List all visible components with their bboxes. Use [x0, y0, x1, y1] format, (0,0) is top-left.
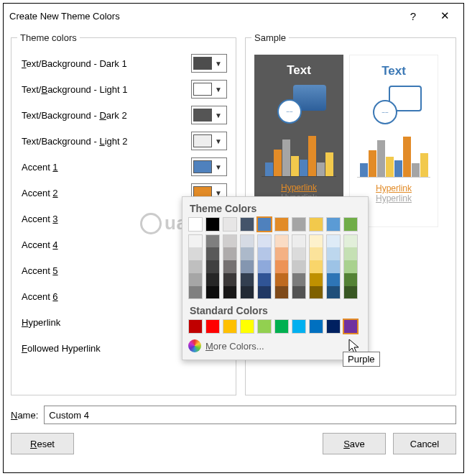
theme-shade-swatch[interactable]: [274, 234, 289, 247]
standard-color-swatch[interactable]: [343, 319, 358, 334]
sample-text-light: Text: [350, 64, 438, 78]
swatch-dropdown[interactable]: ▼: [191, 80, 227, 99]
theme-shade-swatch[interactable]: [257, 286, 272, 299]
swatch-dropdown[interactable]: ▼: [191, 106, 227, 124]
theme-shade-swatch[interactable]: [188, 247, 203, 260]
theme-shade-swatch[interactable]: [326, 286, 341, 299]
theme-shade-swatch[interactable]: [188, 260, 203, 273]
theme-shade-swatch[interactable]: [274, 260, 289, 273]
theme-color-swatch[interactable]: [326, 217, 341, 232]
theme-shade-swatch[interactable]: [223, 286, 237, 299]
standard-color-swatch[interactable]: [188, 319, 203, 334]
theme-shade-swatch[interactable]: [257, 273, 272, 286]
theme-shade-swatch[interactable]: [292, 273, 306, 286]
color-wheel-icon: [188, 339, 201, 352]
theme-shade-swatch[interactable]: [343, 273, 358, 286]
theme-color-swatch[interactable]: [292, 217, 306, 232]
theme-shade-swatch[interactable]: [257, 234, 272, 247]
theme-shade-swatch[interactable]: [223, 260, 237, 273]
theme-shade-swatch[interactable]: [309, 273, 323, 286]
color-picker-popup: Theme Colors Standard Colors More Colors…: [182, 196, 369, 360]
standard-color-swatch[interactable]: [257, 319, 272, 334]
theme-shade-swatch[interactable]: [274, 273, 289, 286]
theme-shade-swatch[interactable]: [343, 234, 358, 247]
swatch-dropdown[interactable]: ▼: [191, 54, 227, 73]
standard-color-swatch[interactable]: [205, 319, 220, 334]
theme-color-swatch[interactable]: [188, 217, 203, 232]
theme-shade-swatch[interactable]: [292, 247, 306, 260]
theme-shade-swatch[interactable]: [292, 260, 306, 273]
standard-color-swatch[interactable]: [292, 319, 306, 334]
chart-bar: [360, 163, 368, 177]
standard-color-swatch[interactable]: [326, 319, 341, 334]
theme-color-swatch[interactable]: [223, 217, 237, 232]
more-colors-item[interactable]: More Colors...: [188, 338, 362, 354]
theme-color-swatch[interactable]: [309, 217, 323, 232]
chart-bar: [291, 156, 299, 176]
theme-shade-swatch[interactable]: [240, 247, 254, 260]
theme-shade-swatch[interactable]: [343, 286, 358, 299]
theme-shade-swatch[interactable]: [188, 273, 203, 286]
color-label: Accent 4: [17, 239, 191, 250]
theme-shade-swatch[interactable]: [343, 247, 358, 260]
theme-shade-swatch[interactable]: [326, 260, 341, 273]
theme-shade-swatch[interactable]: [205, 286, 220, 299]
reset-button[interactable]: Reset: [11, 433, 74, 454]
theme-shade-swatch[interactable]: [326, 273, 341, 286]
theme-shade-swatch[interactable]: [343, 260, 358, 273]
help-button[interactable]: ?: [397, 5, 429, 27]
theme-shade-swatch[interactable]: [309, 286, 323, 299]
theme-color-swatch[interactable]: [240, 217, 254, 232]
theme-shade-swatch[interactable]: [292, 286, 306, 299]
standard-color-swatch[interactable]: [223, 319, 237, 334]
theme-color-swatch[interactable]: [257, 217, 272, 232]
save-button[interactable]: Save: [323, 433, 386, 454]
swatch-dropdown[interactable]: ▼: [191, 132, 227, 150]
theme-shade-swatch[interactable]: [326, 247, 341, 260]
theme-shade-swatch[interactable]: [205, 234, 220, 247]
name-input[interactable]: [44, 406, 456, 424]
theme-color-swatch[interactable]: [274, 217, 289, 232]
theme-shade-swatch[interactable]: [223, 273, 237, 286]
theme-shade-swatch[interactable]: [205, 260, 220, 273]
theme-color-swatch[interactable]: [205, 217, 220, 232]
standard-color-swatch[interactable]: [240, 319, 254, 334]
theme-shade-swatch[interactable]: [274, 247, 289, 260]
titlebar: Create New Theme Colors ? ✕: [4, 4, 463, 28]
color-label: Text/Background - Dark 1: [17, 58, 191, 69]
theme-color-swatch[interactable]: [343, 217, 358, 232]
close-button[interactable]: ✕: [429, 5, 461, 27]
standard-color-swatch[interactable]: [274, 319, 289, 334]
color-row: Text/Background - Light 1▼: [17, 76, 230, 102]
theme-shade-swatch[interactable]: [223, 234, 237, 247]
chart-bar: [420, 153, 428, 177]
theme-shade-swatch[interactable]: [326, 234, 341, 247]
color-label: Text/Background - Light 2: [17, 136, 191, 147]
theme-shade-swatch[interactable]: [188, 286, 203, 299]
swatch-dropdown[interactable]: ▼: [191, 157, 227, 176]
cancel-button[interactable]: Cancel: [393, 433, 456, 454]
standard-color-swatch[interactable]: [309, 319, 323, 334]
popup-theme-heading: Theme Colors: [190, 203, 362, 214]
chevron-down-icon: ▼: [212, 60, 225, 68]
theme-shade-swatch[interactable]: [274, 286, 289, 299]
theme-shade-swatch[interactable]: [309, 247, 323, 260]
theme-shade-swatch[interactable]: [223, 247, 237, 260]
theme-shade-swatch[interactable]: [240, 286, 254, 299]
theme-shade-swatch[interactable]: [309, 234, 323, 247]
theme-shade-swatch[interactable]: [240, 273, 254, 286]
theme-shade-swatch[interactable]: [257, 247, 272, 260]
theme-shade-swatch[interactable]: [240, 260, 254, 273]
theme-shade-swatch[interactable]: [292, 234, 306, 247]
chart-bar: [386, 157, 394, 177]
color-label: Accent 2: [17, 188, 191, 198]
sample-text-dark: Text: [254, 63, 343, 78]
chart-bar: [300, 160, 308, 176]
theme-shade-swatch[interactable]: [205, 247, 220, 260]
sample-legend: Sample: [251, 32, 289, 43]
theme-shade-swatch[interactable]: [309, 260, 323, 273]
theme-shade-swatch[interactable]: [188, 234, 203, 247]
theme-shade-swatch[interactable]: [257, 260, 272, 273]
theme-shade-swatch[interactable]: [205, 273, 220, 286]
theme-shade-swatch[interactable]: [240, 234, 254, 247]
